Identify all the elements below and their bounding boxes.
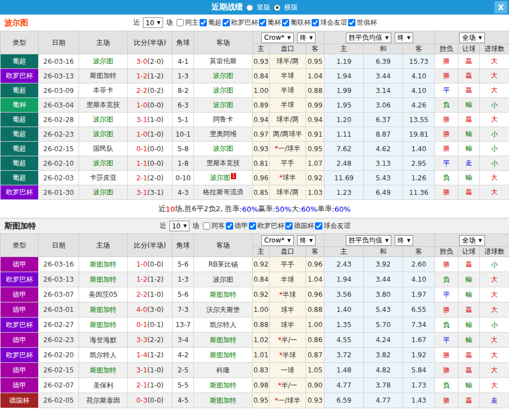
- match-row: 葡超26-03-16波尔图3-0(2-0)4-1莫雷伦斯0.93球半/两0.95…: [1, 54, 509, 69]
- away-team: 里奥阿维: [194, 127, 253, 142]
- score: 3-3(2-2): [128, 333, 173, 348]
- filter-checkbox[interactable]: [249, 222, 256, 230]
- games-count-select[interactable]: 10: [143, 17, 163, 28]
- competition-filter[interactable]: 欧罗巴杯: [221, 18, 258, 27]
- avg-lose: 1.73: [403, 378, 435, 393]
- home-team: 斯图加特: [79, 257, 128, 272]
- competition-filter[interactable]: 葡杯: [258, 18, 281, 27]
- avg-time-select[interactable]: 终: [395, 235, 413, 246]
- filter-checkbox[interactable]: [259, 19, 266, 26]
- odds-time-select[interactable]: 终: [297, 32, 316, 43]
- score: 3-1(1-0): [128, 363, 173, 378]
- match-row: 欧罗巴杯26-01-30波尔图3-1(3-1)4-3格拉斯哥流浪0.85球半/两…: [1, 185, 509, 200]
- filter-checkbox[interactable]: [285, 222, 293, 230]
- avg-win: 1.20: [325, 113, 364, 127]
- result-goals: 小: [480, 318, 509, 333]
- games-count-select[interactable]: 10: [169, 221, 189, 231]
- match-date: 26-03-13: [39, 272, 79, 287]
- away-odds: 0.96: [306, 257, 325, 272]
- competition-badge: 葡超: [1, 127, 39, 142]
- match-row: 德甲26-03-01斯图加特4-0(3-0)7-3沃尔夫斯堡1.00球半0.88…: [1, 302, 509, 318]
- corners: 5-1: [173, 113, 194, 127]
- avg-lose: 4.10: [403, 69, 435, 83]
- avg-draw: 4.77: [364, 393, 403, 408]
- home-odds: 0.85: [253, 185, 270, 200]
- page-title: 近期战绩: [211, 2, 243, 12]
- filter-checkbox[interactable]: [348, 19, 355, 26]
- home-odds: 0.96: [253, 171, 270, 185]
- result-wdl: 負: [435, 272, 459, 287]
- horizontal-layout-label[interactable]: 横版: [284, 3, 298, 12]
- result-goals: 小: [480, 127, 509, 142]
- filter-checkbox[interactable]: [312, 19, 319, 26]
- competition-filter[interactable]: 德国杯: [284, 221, 314, 231]
- vertical-layout-radio[interactable]: [247, 4, 253, 11]
- home-odds: 0.97: [253, 127, 270, 142]
- avg-select[interactable]: 胜平负均值: [346, 32, 391, 43]
- away-odds: 1.04: [306, 69, 325, 83]
- score: 2-2(1-0): [128, 287, 173, 302]
- match-date: 26-03-16: [39, 54, 79, 69]
- competition-filter[interactable]: 同主: [175, 18, 198, 27]
- away-odds: 0.95: [306, 142, 325, 156]
- match-row: 德甲26-03-07美因茨052-2(1-0)5-6斯图加特0.92*半球0.9…: [1, 287, 509, 302]
- away-odds: 0.95: [306, 54, 325, 69]
- match-date: 26-03-13: [39, 69, 79, 83]
- match-row: 欧罗巴杯26-02-20凯尔特人1-4(1-2)4-2斯图加特1.01*半球0.…: [1, 348, 509, 363]
- scope-select[interactable]: 全场: [459, 32, 484, 43]
- result-wdl: 勝: [435, 185, 459, 200]
- filter-checkbox[interactable]: [223, 19, 230, 26]
- competition-filter[interactable]: 葡超: [198, 18, 221, 27]
- handicap: 球半: [270, 302, 306, 318]
- home-odds: 0.83: [253, 363, 270, 378]
- filter-checkbox[interactable]: [315, 222, 322, 230]
- avg-win: 7.62: [325, 142, 364, 156]
- home-odds: 0.94: [253, 113, 270, 127]
- avg-select[interactable]: 胜平负均值: [346, 235, 391, 246]
- competition-filter[interactable]: 球会友谊: [311, 18, 347, 27]
- filter-checkbox[interactable]: [200, 19, 207, 26]
- filter-checkbox[interactable]: [226, 222, 233, 230]
- score: 0-1(0-0): [128, 142, 173, 156]
- result-wdl: 勝: [435, 393, 459, 408]
- home-odds: 0.93: [253, 142, 270, 156]
- competition-filter[interactable]: 球会友谊: [314, 221, 350, 231]
- horizontal-layout-radio[interactable]: [274, 4, 280, 11]
- competition-badge: 欧罗巴杯: [1, 348, 39, 363]
- avg-time-select[interactable]: 终: [395, 32, 413, 43]
- filter-label: 欧罗巴杯: [231, 18, 258, 27]
- close-button[interactable]: X: [494, 1, 507, 13]
- summary-segment: :50%: [273, 205, 291, 213]
- result-goals: 大: [480, 272, 509, 287]
- filter-checkbox[interactable]: [203, 222, 210, 230]
- odds-company-select[interactable]: Crow*: [261, 32, 293, 43]
- scope-select[interactable]: 全场: [459, 235, 484, 246]
- corners: 4-1: [173, 54, 194, 69]
- avg-win: 1.94: [325, 272, 364, 287]
- avg-draw: 3.13: [364, 156, 403, 171]
- competition-filter[interactable]: 同客: [202, 221, 225, 231]
- col-header-score: 比分(半场): [128, 234, 173, 257]
- filter-label: 欧罗巴杯: [257, 221, 284, 231]
- filter-label: 葡杯: [267, 18, 281, 27]
- avg-win: 1.40: [325, 302, 364, 318]
- result-handicap: 贏: [459, 185, 480, 200]
- vertical-layout-label[interactable]: 竖版: [257, 3, 270, 12]
- filter-checkbox[interactable]: [177, 19, 184, 26]
- home-team: 斯图加特: [79, 69, 128, 83]
- odds-company-select[interactable]: Crow*: [261, 235, 293, 246]
- corners: 0-10: [173, 171, 194, 185]
- competition-filter[interactable]: 德甲: [225, 221, 248, 231]
- competition-filter[interactable]: 世俱杯: [347, 18, 377, 27]
- sub-header-home-odds: 主: [253, 247, 270, 257]
- corners: 5-6: [173, 287, 194, 302]
- filter-checkbox[interactable]: [282, 19, 289, 26]
- home-team: 斯图加特: [79, 363, 128, 378]
- result-wdl: 勝: [435, 69, 459, 83]
- competition-filter[interactable]: 欧罗巴杯: [248, 221, 284, 231]
- filter-label: 世俱杯: [357, 18, 377, 27]
- summary-segment: 单率: [317, 204, 332, 214]
- odds-time-select[interactable]: 终: [297, 235, 316, 246]
- competition-filter[interactable]: 葡联杯: [281, 18, 311, 27]
- corners: 7-3: [173, 302, 194, 318]
